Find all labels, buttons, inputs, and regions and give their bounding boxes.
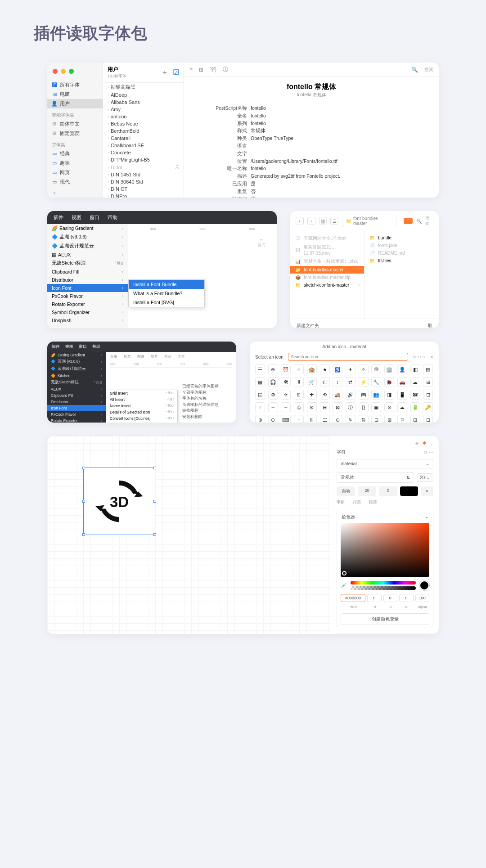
icon-cell[interactable]: 🗓: [294, 390, 304, 400]
finder-item[interactable]: 📁ttf-files: [364, 257, 439, 265]
icon-cell[interactable]: 👤: [397, 364, 407, 374]
collection-item[interactable]: ▭现代: [47, 177, 103, 187]
plugin-menu-item[interactable]: PxCook Flavor›: [47, 411, 106, 418]
scissors-tool[interactable]: ✂ 剪刀: [257, 238, 266, 248]
action-button[interactable]: ⌃: [404, 218, 413, 224]
view-options-icon[interactable]: ☰: [330, 217, 338, 225]
icon-cell[interactable]: 🛒: [307, 377, 317, 387]
finder-search[interactable]: 搜索: [425, 215, 433, 227]
smart-item[interactable]: ⚙固定宽度: [47, 129, 103, 138]
font-list-item[interactable]: ›站酷高端黑: [103, 83, 184, 91]
opacity-box[interactable]: 8: [421, 486, 433, 496]
plugin-menu-item[interactable]: Symbol Organizer›: [47, 308, 128, 316]
icon-cell[interactable]: ⊗: [307, 402, 317, 412]
finder-item[interactable]: 📄宝藏网址大全.活.html: [290, 234, 364, 243]
icon-cell[interactable]: ◨: [384, 390, 394, 400]
icon-cell[interactable]: ▦: [255, 377, 265, 387]
new-folder-button[interactable]: 新建文件夹: [297, 323, 319, 328]
artboard[interactable]: 3D: [83, 468, 155, 535]
icon-cell[interactable]: ⊠: [384, 415, 394, 423]
info-icon[interactable]: ⓘ: [223, 66, 228, 73]
s-input[interactable]: 0: [383, 594, 397, 602]
eyedropper-icon[interactable]: 💉: [341, 583, 347, 589]
icon-cell[interactable]: ⊟: [320, 402, 330, 412]
icon-cell[interactable]: ◧: [410, 364, 420, 374]
window-controls[interactable]: [47, 66, 103, 80]
icon-cell[interactable]: ☰: [320, 415, 330, 423]
icon-cell[interactable]: ⊠: [333, 402, 342, 412]
icon-cell[interactable]: 🏛: [371, 364, 381, 374]
sidebar-all-fonts[interactable]: 🅵所有字体: [47, 80, 103, 90]
icon-cell[interactable]: ⊙: [333, 415, 342, 423]
cancel-button[interactable]: 取: [428, 323, 432, 328]
finder-item[interactable]: 📄README.md: [364, 249, 439, 257]
icon-cell[interactable]: ≡: [294, 415, 304, 423]
icon-cell[interactable]: ☁: [397, 402, 407, 412]
submenu-item[interactable]: Details of Selected Icon^⌘U: [106, 409, 177, 415]
auto-box[interactable]: 自动: [337, 486, 355, 496]
plugin-menu-item[interactable]: 🌈Easing Gradient›: [47, 224, 128, 233]
font-list-item[interactable]: ›Concrete: [103, 149, 184, 156]
plugin-menu-item[interactable]: 🌈Easing Gradient›: [47, 352, 106, 358]
icon-cell[interactable]: ⊞: [423, 377, 433, 387]
plugin-menu-item[interactable]: Unsplash›: [47, 316, 128, 324]
smart-item[interactable]: ⚙简体中文: [47, 119, 103, 129]
plugin-menu-item[interactable]: 🔶Kitchen›: [47, 373, 106, 379]
sidebar-user[interactable]: 👤用户: [47, 99, 103, 108]
view-sample-icon[interactable]: 字|: [210, 66, 216, 73]
icon-cell[interactable]: ✚: [307, 390, 317, 400]
finder-item[interactable]: 📊素材合集（持续更新）.xlsx: [290, 257, 364, 266]
icon-cell[interactable]: ☁: [410, 377, 420, 387]
submenu-item[interactable]: All Insert^⌘I: [106, 396, 177, 403]
font-list-item[interactable]: ›anticon: [103, 113, 184, 120]
icon-cell[interactable]: ⊕: [255, 415, 265, 423]
font-list-item[interactable]: ›DFPMingLight-B5: [103, 156, 184, 163]
spacing-1[interactable]: 20: [358, 486, 376, 496]
breadcrumb[interactable]: 📁font-bundles-master: [342, 215, 396, 227]
icon-cell[interactable]: →: [281, 402, 291, 412]
submenu-item[interactable]: Grid Insert^⌘G: [106, 390, 177, 396]
icon-cell[interactable]: 🏫: [307, 364, 317, 374]
add-font-button[interactable]: ＋: [161, 68, 168, 77]
create-variable-button[interactable]: 创建颜色变量: [341, 613, 429, 625]
plugin-menu-item[interactable]: Distributor›: [47, 399, 106, 405]
icon-cell[interactable]: ⊘: [384, 402, 394, 412]
help-link[interactable]: HELP >: [413, 355, 425, 359]
finder-item[interactable]: 📁bundle: [364, 234, 439, 242]
icon-cell[interactable]: ♿: [333, 364, 342, 374]
icon-cell[interactable]: ⌨: [281, 415, 291, 423]
icon-cell[interactable]: 🔧: [371, 377, 381, 387]
plugin-menu-item[interactable]: Rotato Exporter›: [47, 300, 128, 308]
collection-item[interactable]: ▭经典: [47, 149, 103, 158]
plugin-menu-item[interactable]: Clipboard Fill›: [47, 392, 106, 399]
submenu-menubar[interactable]: 插件视图窗口帮助: [47, 342, 236, 352]
layers-icon[interactable]: ◈: [415, 441, 419, 445]
font-list-item[interactable]: ›Chalkboard SE: [103, 142, 184, 149]
plugin-menu-item[interactable]: Icon Font›: [47, 405, 106, 411]
icon-cell[interactable]: {}: [359, 402, 369, 412]
icon-cell[interactable]: 🚗: [397, 377, 407, 387]
icon-cell[interactable]: ⚐: [397, 415, 407, 423]
finder-item[interactable]: 📁sketch-iconfont-master›: [290, 281, 364, 289]
icon-cell[interactable]: ✈: [346, 364, 356, 374]
icon-cell[interactable]: 🛠: [281, 377, 291, 387]
icon-cell[interactable]: ⊡: [423, 390, 433, 400]
view-grid-icon[interactable]: ⊞: [199, 67, 203, 73]
font-list-item[interactable]: ›Amy: [103, 106, 184, 113]
font-list-item[interactable]: ›Cantarell: [103, 135, 184, 142]
submenu-item[interactable]: Name Insert^⌘U: [106, 403, 177, 409]
icon-cell[interactable]: ⚡: [359, 377, 369, 387]
alpha-input[interactable]: 100: [415, 594, 429, 602]
icon-cell[interactable]: 👥: [371, 390, 381, 400]
icon-cell[interactable]: 🔑: [423, 402, 433, 412]
canvas[interactable]: 3D: [47, 436, 331, 634]
back-button[interactable]: ‹: [296, 217, 304, 225]
view-list-icon[interactable]: ≡: [189, 67, 193, 73]
plugin-menu-item[interactable]: ▦AEUX›: [47, 251, 128, 259]
plugin-menu-item[interactable]: Rotato Exporter›: [47, 418, 106, 423]
icon-cell[interactable]: 🐞: [384, 377, 394, 387]
view-columns-icon[interactable]: ▥: [319, 217, 327, 225]
icon-cell[interactable]: ←: [268, 402, 278, 412]
finder-item[interactable]: 📦font-bundles-master.zip: [290, 274, 364, 281]
font-list-item[interactable]: ›Bebas Neue: [103, 120, 184, 127]
